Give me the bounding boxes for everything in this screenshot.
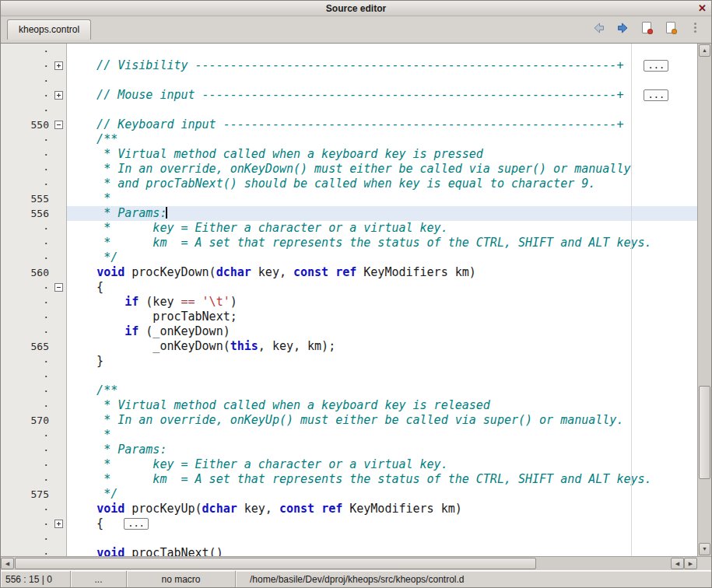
code-line[interactable]: · * Virtual method called when a keyboar… — [1, 398, 697, 413]
horizontal-scrollbar-thumb[interactable] — [15, 558, 536, 569]
code-line[interactable]: 575 */ — [1, 487, 697, 502]
code-text[interactable] — [67, 103, 697, 117]
code-text[interactable]: if (_onKeyDown) — [67, 324, 697, 339]
horizontal-scrollbar[interactable]: ◀ ◀ ▶ — [1, 556, 711, 570]
titlebar[interactable]: Source editor ✕ — [1, 1, 711, 16]
code-line[interactable]: · void procTabNext() — [1, 546, 697, 556]
collapsed-fold-marker[interactable]: ... — [644, 60, 668, 72]
code-text[interactable]: * In an override, onKeyUp() must either … — [67, 413, 697, 428]
go-back-icon[interactable] — [591, 21, 605, 34]
vertical-scrollbar-thumb[interactable] — [699, 386, 710, 479]
fold-gutter[interactable] — [51, 516, 67, 531]
code-line[interactable]: · if (_onKeyDown) — [1, 324, 697, 339]
close-icon[interactable]: ✕ — [698, 2, 707, 16]
code-text[interactable]: * — [67, 191, 697, 206]
code-lines[interactable]: ·· // Visibility -----------------------… — [1, 44, 697, 556]
code-line[interactable]: · * km = A set that represents the statu… — [1, 472, 697, 487]
code-text[interactable] — [67, 44, 697, 58]
code-line[interactable]: 550 // Keyboard input ------------------… — [1, 117, 697, 132]
scroll-left-icon[interactable]: ◀ — [671, 558, 684, 569]
code-line[interactable]: · {... — [1, 516, 697, 531]
code-line-current[interactable]: 556 * Params: — [1, 206, 697, 221]
code-line[interactable]: · // Visibility ------------------------… — [1, 58, 697, 73]
code-line[interactable]: · — [1, 531, 697, 546]
code-text[interactable]: * Virtual method called when a keyboard … — [67, 147, 697, 162]
vertical-scrollbar[interactable]: ▲ ▼ — [697, 44, 711, 556]
fold-gutter[interactable] — [51, 280, 67, 295]
code-text[interactable]: // Mouse input -------------------------… — [67, 88, 697, 103]
code-text[interactable] — [67, 73, 697, 88]
code-line[interactable]: 555 * — [1, 191, 697, 206]
code-line[interactable]: · — [1, 369, 697, 383]
code-text[interactable]: * key = Either a character or a virtual … — [67, 457, 697, 472]
code-text[interactable]: * km = A set that represents the status … — [67, 236, 697, 250]
code-line[interactable]: · * km = A set that represents the statu… — [1, 236, 697, 250]
code-text[interactable]: * In an override, onKeyDown() must eithe… — [67, 162, 697, 177]
code-text[interactable]: * Virtual method called when a keyboard … — [67, 398, 697, 413]
tab-kheops-control[interactable]: kheops.control — [7, 19, 91, 40]
fold-collapse-icon[interactable] — [54, 121, 63, 129]
code-text[interactable] — [67, 369, 697, 383]
code-line[interactable]: · if (key == '\t') — [1, 295, 697, 310]
code-text[interactable]: * Params: — [67, 443, 697, 457]
fold-expand-icon[interactable] — [54, 61, 63, 70]
go-forward-icon[interactable] — [616, 21, 630, 34]
document-orange-icon[interactable] — [664, 21, 678, 34]
code-text[interactable]: */ — [67, 250, 697, 265]
code-line[interactable]: · — [1, 73, 697, 88]
code-line[interactable]: · { — [1, 280, 697, 295]
code-line[interactable]: · — [1, 103, 697, 117]
code-line[interactable]: · void procKeyUp(dchar key, const ref Ke… — [1, 502, 697, 516]
code-line[interactable]: · * Virtual method called when a keyboar… — [1, 147, 697, 162]
code-line[interactable]: 570 * In an override, onKeyUp() must eit… — [1, 413, 697, 428]
document-red-icon[interactable] — [640, 21, 654, 34]
code-line[interactable]: · * key = Either a character or a virtua… — [1, 457, 697, 472]
fold-gutter[interactable] — [51, 117, 67, 132]
code-line[interactable]: · } — [1, 354, 697, 369]
code-text[interactable]: {... — [67, 516, 697, 531]
collapsed-fold-marker[interactable]: ... — [124, 518, 149, 530]
code-text[interactable]: if (key == '\t') — [67, 295, 697, 310]
scroll-down-icon[interactable]: ▼ — [699, 543, 710, 555]
scroll-left-icon[interactable]: ◀ — [1, 558, 14, 569]
fold-gutter[interactable] — [51, 58, 67, 73]
code-text[interactable]: // Visibility --------------------------… — [67, 58, 697, 73]
code-text[interactable]: * key = Either a character or a virtual … — [67, 221, 697, 236]
code-text[interactable]: */ — [67, 487, 697, 502]
code-line[interactable]: · */ — [1, 250, 697, 265]
code-line[interactable]: · /** — [1, 132, 697, 147]
fold-collapse-icon[interactable] — [54, 283, 63, 292]
detach-grip-icon[interactable] — [688, 21, 702, 34]
code-line[interactable]: · * Params: — [1, 443, 697, 457]
code-text[interactable]: procTabNext; — [67, 310, 697, 324]
code-text[interactable] — [67, 531, 697, 546]
code-line[interactable]: · * key = Either a character or a virtua… — [1, 221, 697, 236]
code-line[interactable]: · // Mouse input -----------------------… — [1, 88, 697, 103]
code-text[interactable]: * and procTabNext() should be called whe… — [67, 177, 697, 191]
code-line[interactable]: · * — [1, 428, 697, 443]
code-text[interactable]: * — [67, 428, 697, 443]
code-text[interactable]: void procKeyUp(dchar key, const ref KeyM… — [67, 502, 697, 516]
fold-expand-icon[interactable] — [54, 91, 63, 100]
code-text[interactable]: * Params: — [67, 206, 697, 221]
code-text[interactable]: /** — [67, 383, 697, 398]
code-line[interactable]: · * In an override, onKeyDown() must eit… — [1, 162, 697, 177]
scroll-right-icon[interactable]: ▶ — [684, 558, 697, 569]
code-line[interactable]: 565 _onKeyDown(this, key, km); — [1, 339, 697, 354]
code-text[interactable]: { — [67, 280, 697, 295]
scroll-up-icon[interactable]: ▲ — [699, 44, 710, 57]
code-line[interactable]: 560 void procKeyDown(dchar key, const re… — [1, 265, 697, 280]
code-text[interactable]: } — [67, 354, 697, 369]
code-text[interactable]: void procKeyDown(dchar key, const ref Ke… — [67, 265, 697, 280]
code-text[interactable]: void procTabNext() — [67, 546, 697, 556]
collapsed-fold-marker[interactable]: ... — [644, 89, 668, 101]
code-line[interactable]: · procTabNext; — [1, 310, 697, 324]
fold-expand-icon[interactable] — [54, 520, 63, 528]
code-text[interactable]: _onKeyDown(this, key, km); — [67, 339, 697, 354]
code-line[interactable]: · — [1, 44, 697, 58]
code-text[interactable]: * km = A set that represents the status … — [67, 472, 697, 487]
code-text[interactable]: // Keyboard input ----------------------… — [67, 117, 697, 132]
code-text[interactable]: /** — [67, 132, 697, 147]
code-line[interactable]: · /** — [1, 383, 697, 398]
fold-gutter[interactable] — [51, 88, 67, 103]
